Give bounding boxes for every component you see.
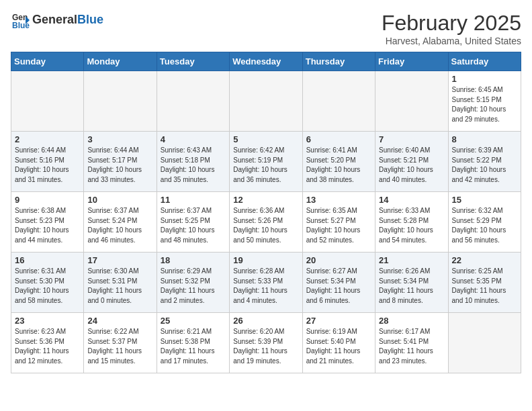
calendar-week-row: 1Sunrise: 6:45 AM Sunset: 5:15 PM Daylig… [11, 71, 521, 132]
calendar-day-cell: 13Sunrise: 6:35 AM Sunset: 5:27 PM Dayli… [302, 192, 375, 253]
calendar-day-cell: 23Sunrise: 6:23 AM Sunset: 5:36 PM Dayli… [11, 313, 84, 373]
weekday-header-tuesday: Tuesday [157, 52, 229, 71]
day-info: Sunrise: 6:28 AM Sunset: 5:33 PM Dayligh… [233, 267, 298, 306]
calendar-day-cell: 20Sunrise: 6:27 AM Sunset: 5:34 PM Dayli… [302, 253, 375, 313]
day-number: 19 [233, 255, 298, 265]
day-info: Sunrise: 6:19 AM Sunset: 5:40 PM Dayligh… [306, 327, 371, 366]
day-number: 20 [306, 255, 371, 265]
day-number: 28 [379, 316, 444, 326]
day-number: 3 [87, 134, 152, 144]
day-info: Sunrise: 6:37 AM Sunset: 5:24 PM Dayligh… [87, 206, 152, 245]
weekday-header-wednesday: Wednesday [230, 52, 302, 71]
calendar-day-cell: 3Sunrise: 6:44 AM Sunset: 5:17 PM Daylig… [84, 132, 157, 192]
logo-blue-text: Blue [77, 13, 103, 26]
day-number: 1 [452, 74, 517, 84]
calendar-day-cell [11, 71, 84, 132]
day-number: 18 [161, 255, 226, 265]
day-number: 11 [161, 195, 226, 205]
day-number: 12 [233, 195, 298, 205]
day-number: 7 [379, 134, 444, 144]
calendar-day-cell [302, 71, 375, 132]
calendar-day-cell: 22Sunrise: 6:25 AM Sunset: 5:35 PM Dayli… [448, 253, 521, 313]
day-info: Sunrise: 6:44 AM Sunset: 5:16 PM Dayligh… [15, 146, 80, 185]
calendar-day-cell: 28Sunrise: 6:17 AM Sunset: 5:41 PM Dayli… [375, 313, 448, 373]
calendar-day-cell: 16Sunrise: 6:31 AM Sunset: 5:30 PM Dayli… [11, 253, 84, 313]
title-block: February 2025 Harvest, Alabama, United S… [382, 11, 521, 46]
day-info: Sunrise: 6:41 AM Sunset: 5:20 PM Dayligh… [306, 146, 371, 185]
logo-icon: Gen Blue [11, 11, 30, 30]
calendar-table: SundayMondayTuesdayWednesdayThursdayFrid… [11, 52, 521, 373]
weekday-header-sunday: Sunday [11, 52, 84, 71]
logo: Gen Blue GeneralBlue [11, 11, 103, 30]
calendar-day-cell: 19Sunrise: 6:28 AM Sunset: 5:33 PM Dayli… [230, 253, 302, 313]
day-number: 5 [233, 134, 298, 144]
calendar-day-cell: 9Sunrise: 6:38 AM Sunset: 5:23 PM Daylig… [11, 192, 84, 253]
day-info: Sunrise: 6:40 AM Sunset: 5:21 PM Dayligh… [379, 146, 444, 185]
day-info: Sunrise: 6:35 AM Sunset: 5:27 PM Dayligh… [306, 206, 371, 245]
day-number: 16 [15, 255, 80, 265]
calendar-day-cell: 15Sunrise: 6:32 AM Sunset: 5:29 PM Dayli… [448, 192, 521, 253]
day-number: 4 [161, 134, 226, 144]
weekday-header-friday: Friday [375, 52, 448, 71]
day-info: Sunrise: 6:45 AM Sunset: 5:15 PM Dayligh… [452, 85, 517, 124]
calendar-day-cell: 1Sunrise: 6:45 AM Sunset: 5:15 PM Daylig… [448, 71, 521, 132]
calendar-day-cell: 2Sunrise: 6:44 AM Sunset: 5:16 PM Daylig… [11, 132, 84, 192]
logo-general-text: General [32, 13, 77, 26]
day-info: Sunrise: 6:39 AM Sunset: 5:22 PM Dayligh… [452, 146, 517, 185]
calendar-day-cell [157, 71, 229, 132]
calendar-day-cell: 17Sunrise: 6:30 AM Sunset: 5:31 PM Dayli… [84, 253, 157, 313]
day-number: 21 [379, 255, 444, 265]
day-number: 9 [15, 195, 80, 205]
day-info: Sunrise: 6:23 AM Sunset: 5:36 PM Dayligh… [15, 327, 80, 366]
day-info: Sunrise: 6:38 AM Sunset: 5:23 PM Dayligh… [15, 206, 80, 245]
calendar-day-cell: 14Sunrise: 6:33 AM Sunset: 5:28 PM Dayli… [375, 192, 448, 253]
day-info: Sunrise: 6:21 AM Sunset: 5:38 PM Dayligh… [161, 327, 226, 366]
calendar-week-row: 2Sunrise: 6:44 AM Sunset: 5:16 PM Daylig… [11, 132, 521, 192]
day-info: Sunrise: 6:31 AM Sunset: 5:30 PM Dayligh… [15, 267, 80, 306]
day-number: 2 [15, 134, 80, 144]
day-number: 24 [87, 316, 152, 326]
day-info: Sunrise: 6:20 AM Sunset: 5:39 PM Dayligh… [233, 327, 298, 366]
weekday-header-thursday: Thursday [302, 52, 375, 71]
calendar-day-cell: 26Sunrise: 6:20 AM Sunset: 5:39 PM Dayli… [230, 313, 302, 373]
day-number: 22 [452, 255, 517, 265]
calendar-day-cell: 8Sunrise: 6:39 AM Sunset: 5:22 PM Daylig… [448, 132, 521, 192]
calendar-week-row: 23Sunrise: 6:23 AM Sunset: 5:36 PM Dayli… [11, 313, 521, 373]
day-number: 26 [233, 316, 298, 326]
day-number: 25 [161, 316, 226, 326]
day-info: Sunrise: 6:26 AM Sunset: 5:34 PM Dayligh… [379, 267, 444, 306]
weekday-header-row: SundayMondayTuesdayWednesdayThursdayFrid… [11, 52, 521, 71]
day-info: Sunrise: 6:37 AM Sunset: 5:25 PM Dayligh… [161, 206, 226, 245]
day-info: Sunrise: 6:22 AM Sunset: 5:37 PM Dayligh… [87, 327, 152, 366]
location-subtitle: Harvest, Alabama, United States [382, 36, 521, 46]
day-info: Sunrise: 6:42 AM Sunset: 5:19 PM Dayligh… [233, 146, 298, 185]
calendar-day-cell: 12Sunrise: 6:36 AM Sunset: 5:26 PM Dayli… [230, 192, 302, 253]
calendar-day-cell: 18Sunrise: 6:29 AM Sunset: 5:32 PM Dayli… [157, 253, 229, 313]
calendar-day-cell: 27Sunrise: 6:19 AM Sunset: 5:40 PM Dayli… [302, 313, 375, 373]
day-info: Sunrise: 6:25 AM Sunset: 5:35 PM Dayligh… [452, 267, 517, 306]
day-number: 10 [87, 195, 152, 205]
calendar-day-cell [84, 71, 157, 132]
day-number: 14 [379, 195, 444, 205]
day-number: 6 [306, 134, 371, 144]
calendar-day-cell: 25Sunrise: 6:21 AM Sunset: 5:38 PM Dayli… [157, 313, 229, 373]
day-info: Sunrise: 6:27 AM Sunset: 5:34 PM Dayligh… [306, 267, 371, 306]
calendar-day-cell: 6Sunrise: 6:41 AM Sunset: 5:20 PM Daylig… [302, 132, 375, 192]
day-info: Sunrise: 6:17 AM Sunset: 5:41 PM Dayligh… [379, 327, 444, 366]
day-number: 23 [15, 316, 80, 326]
calendar-day-cell: 4Sunrise: 6:43 AM Sunset: 5:18 PM Daylig… [157, 132, 229, 192]
calendar-day-cell [448, 313, 521, 373]
day-number: 27 [306, 316, 371, 326]
calendar-day-cell [375, 71, 448, 132]
calendar-day-cell: 10Sunrise: 6:37 AM Sunset: 5:24 PM Dayli… [84, 192, 157, 253]
day-number: 17 [87, 255, 152, 265]
day-info: Sunrise: 6:43 AM Sunset: 5:18 PM Dayligh… [161, 146, 226, 185]
day-number: 13 [306, 195, 371, 205]
day-number: 8 [452, 134, 517, 144]
day-info: Sunrise: 6:33 AM Sunset: 5:28 PM Dayligh… [379, 206, 444, 245]
day-number: 15 [452, 195, 517, 205]
calendar-day-cell: 21Sunrise: 6:26 AM Sunset: 5:34 PM Dayli… [375, 253, 448, 313]
day-info: Sunrise: 6:30 AM Sunset: 5:31 PM Dayligh… [87, 267, 152, 306]
calendar-day-cell [230, 71, 302, 132]
calendar-day-cell: 11Sunrise: 6:37 AM Sunset: 5:25 PM Dayli… [157, 192, 229, 253]
